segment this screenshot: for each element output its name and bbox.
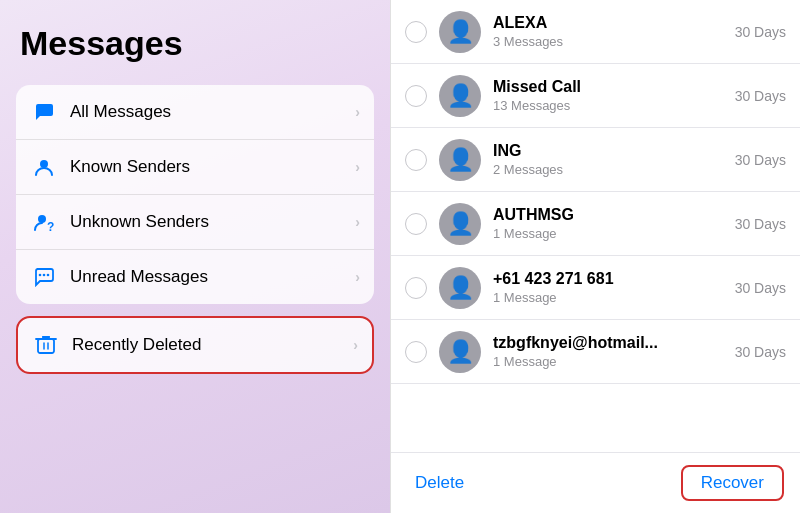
- messages-list: 👤 ALEXA 3 Messages 30 Days 👤 Missed Call…: [391, 0, 800, 452]
- left-panel: Messages All Messages › Known Senders ›: [0, 0, 390, 513]
- sidebar-item-unread-messages[interactable]: Unread Messages ›: [16, 250, 374, 304]
- sidebar-item-label: Known Senders: [70, 157, 355, 177]
- contact-name: ING: [493, 142, 727, 160]
- message-count: 3 Messages: [493, 34, 727, 49]
- message-info: tzbgfknyei@hotmail... 1 Message: [493, 334, 727, 369]
- avatar: 👤: [439, 139, 481, 181]
- sidebar-item-unknown-senders[interactable]: ? Unknown Senders ›: [16, 195, 374, 250]
- contact-name: tzbgfknyei@hotmail...: [493, 334, 727, 352]
- table-row[interactable]: 👤 ING 2 Messages 30 Days: [391, 128, 800, 192]
- app-title: Messages: [16, 24, 374, 63]
- right-panel: 👤 ALEXA 3 Messages 30 Days 👤 Missed Call…: [390, 0, 800, 513]
- contact-name: AUTHMSG: [493, 206, 727, 224]
- expiry-days: 30 Days: [735, 88, 786, 104]
- recently-deleted-group: Recently Deleted ›: [16, 316, 374, 374]
- chat-unread-icon: [30, 263, 58, 291]
- select-radio[interactable]: [405, 341, 427, 363]
- table-row[interactable]: 👤 tzbgfknyei@hotmail... 1 Message 30 Day…: [391, 320, 800, 384]
- sidebar-item-label: Recently Deleted: [72, 335, 353, 355]
- sidebar-item-all-messages[interactable]: All Messages ›: [16, 85, 374, 140]
- sidebar-item-label: Unread Messages: [70, 267, 355, 287]
- message-info: ING 2 Messages: [493, 142, 727, 177]
- main-menu-group: All Messages › Known Senders › ?: [16, 85, 374, 304]
- select-radio[interactable]: [405, 213, 427, 235]
- chevron-right-icon: ›: [355, 214, 360, 230]
- person-icon: [30, 153, 58, 181]
- recover-button[interactable]: Recover: [681, 465, 784, 501]
- select-radio[interactable]: [405, 149, 427, 171]
- message-info: +61 423 271 681 1 Message: [493, 270, 727, 305]
- table-row[interactable]: 👤 Missed Call 13 Messages 30 Days: [391, 64, 800, 128]
- select-radio[interactable]: [405, 21, 427, 43]
- chevron-right-icon: ›: [353, 337, 358, 353]
- sidebar-item-known-senders[interactable]: Known Senders ›: [16, 140, 374, 195]
- message-count: 13 Messages: [493, 98, 727, 113]
- select-radio[interactable]: [405, 85, 427, 107]
- svg-point-3: [39, 274, 42, 277]
- table-row[interactable]: 👤 AUTHMSG 1 Message 30 Days: [391, 192, 800, 256]
- svg-point-1: [38, 215, 46, 223]
- select-radio[interactable]: [405, 277, 427, 299]
- expiry-days: 30 Days: [735, 216, 786, 232]
- svg-text:?: ?: [47, 220, 54, 233]
- person-avatar-icon: 👤: [447, 211, 474, 237]
- person-avatar-icon: 👤: [447, 83, 474, 109]
- message-count: 1 Message: [493, 226, 727, 241]
- delete-button[interactable]: Delete: [407, 469, 472, 497]
- message-info: Missed Call 13 Messages: [493, 78, 727, 113]
- sidebar-item-label: Unknown Senders: [70, 212, 355, 232]
- avatar: 👤: [439, 75, 481, 117]
- table-row[interactable]: 👤 ALEXA 3 Messages 30 Days: [391, 0, 800, 64]
- avatar: 👤: [439, 203, 481, 245]
- person-avatar-icon: 👤: [447, 147, 474, 173]
- contact-name: Missed Call: [493, 78, 727, 96]
- message-count: 2 Messages: [493, 162, 727, 177]
- trash-icon: [32, 331, 60, 359]
- contact-name: +61 423 271 681: [493, 270, 727, 288]
- chevron-right-icon: ›: [355, 104, 360, 120]
- expiry-days: 30 Days: [735, 280, 786, 296]
- expiry-days: 30 Days: [735, 152, 786, 168]
- expiry-days: 30 Days: [735, 24, 786, 40]
- avatar: 👤: [439, 331, 481, 373]
- svg-point-0: [40, 160, 48, 168]
- person-avatar-icon: 👤: [447, 275, 474, 301]
- expiry-days: 30 Days: [735, 344, 786, 360]
- svg-point-5: [47, 274, 50, 277]
- chevron-right-icon: ›: [355, 159, 360, 175]
- avatar: 👤: [439, 11, 481, 53]
- person-avatar-icon: 👤: [447, 19, 474, 45]
- message-count: 1 Message: [493, 354, 727, 369]
- table-row[interactable]: 👤 +61 423 271 681 1 Message 30 Days: [391, 256, 800, 320]
- message-info: ALEXA 3 Messages: [493, 14, 727, 49]
- bottom-action-bar: Delete Recover: [391, 452, 800, 513]
- svg-point-4: [43, 274, 46, 277]
- chevron-right-icon: ›: [355, 269, 360, 285]
- sidebar-item-recently-deleted[interactable]: Recently Deleted ›: [18, 318, 372, 372]
- message-info: AUTHMSG 1 Message: [493, 206, 727, 241]
- svg-rect-6: [38, 339, 54, 353]
- person-question-icon: ?: [30, 208, 58, 236]
- contact-name: ALEXA: [493, 14, 727, 32]
- person-avatar-icon: 👤: [447, 339, 474, 365]
- avatar: 👤: [439, 267, 481, 309]
- message-count: 1 Message: [493, 290, 727, 305]
- sidebar-item-label: All Messages: [70, 102, 355, 122]
- chat-bubble-icon: [30, 98, 58, 126]
